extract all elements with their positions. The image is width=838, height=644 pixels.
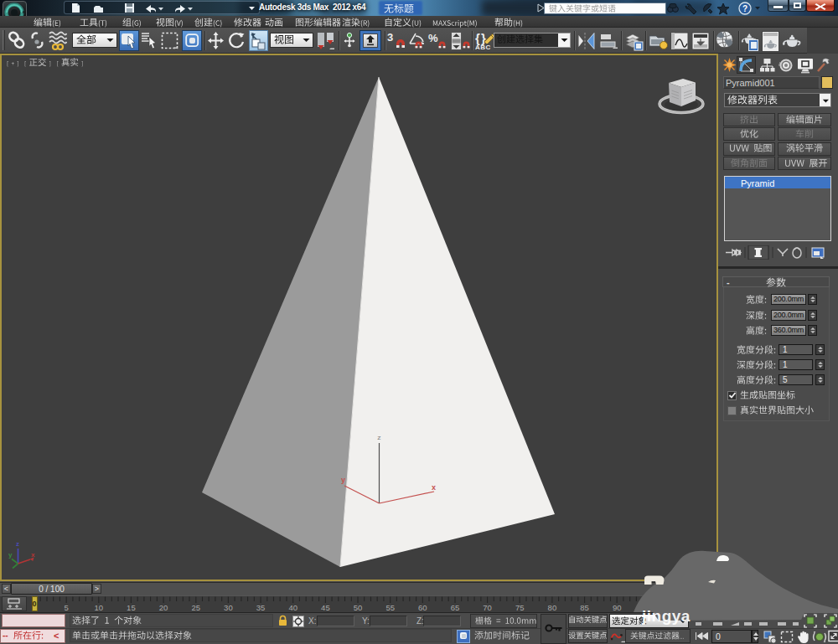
svg-text:20: 20 xyxy=(159,603,168,612)
svg-text:z: z xyxy=(16,540,19,548)
svg-text:35: 35 xyxy=(256,603,266,612)
svg-text:85: 85 xyxy=(580,603,589,612)
svg-text:10: 10 xyxy=(95,603,104,612)
svg-text:30: 30 xyxy=(224,603,233,612)
svg-text:90: 90 xyxy=(613,603,622,612)
svg-text:x: x xyxy=(31,551,35,559)
svg-text:z: z xyxy=(377,434,381,441)
svg-text:75: 75 xyxy=(515,603,525,612)
svg-text:55: 55 xyxy=(385,603,395,612)
svg-text:40: 40 xyxy=(288,603,297,612)
svg-text:70: 70 xyxy=(483,603,492,612)
svg-text:y: y xyxy=(8,551,13,559)
svg-text:60: 60 xyxy=(418,603,427,612)
svg-text:50: 50 xyxy=(354,603,363,612)
svg-text:25: 25 xyxy=(192,603,201,612)
svg-text:45: 45 xyxy=(321,603,330,612)
svg-text:?: ? xyxy=(742,4,747,13)
svg-text:5: 5 xyxy=(65,603,69,612)
svg-text:15: 15 xyxy=(127,603,136,612)
svg-text:80: 80 xyxy=(548,603,557,612)
svg-text:y: y xyxy=(341,476,345,484)
svg-text:x: x xyxy=(432,483,436,492)
svg-text:65: 65 xyxy=(451,603,460,612)
